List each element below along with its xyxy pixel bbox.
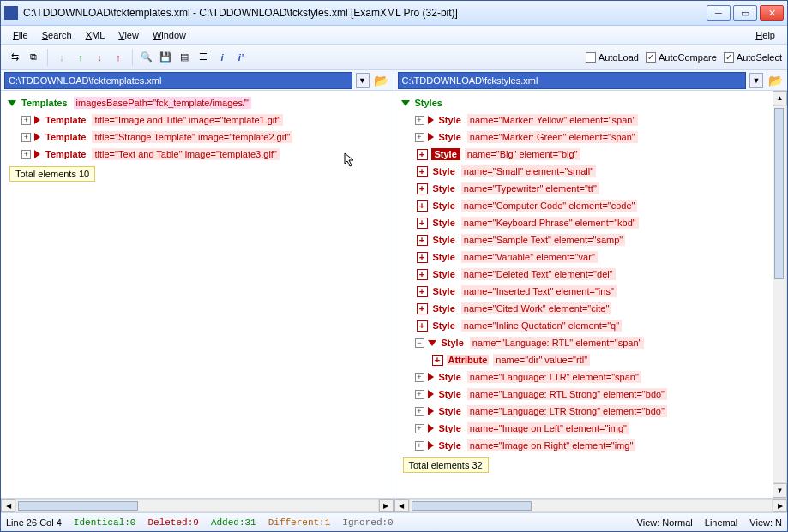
expand-icon[interactable]: + bbox=[21, 116, 31, 125]
tree-tag[interactable]: Style bbox=[431, 252, 457, 262]
tb-info-icon[interactable]: i bbox=[214, 49, 231, 66]
tree-attrs[interactable]: name="Language: LTR" element="span" bbox=[467, 371, 641, 383]
scroll-up-icon[interactable]: ▲ bbox=[773, 91, 787, 105]
node-icon[interactable] bbox=[34, 133, 40, 141]
tree-row[interactable]: +Stylename="Language: LTR" element="span… bbox=[396, 368, 773, 386]
tree-row[interactable]: +Stylename="Language: LTR Strong" elemen… bbox=[396, 403, 773, 420]
tree-tag[interactable]: Style bbox=[437, 372, 463, 382]
tree-row[interactable]: +Stylename="Language: RTL Strong" elemen… bbox=[396, 386, 773, 403]
node-open-icon[interactable] bbox=[428, 340, 436, 346]
tree-row[interactable]: +Stylename="Deleted Text" element="del" bbox=[396, 266, 773, 283]
right-hscrollbar[interactable]: ◀ ▶ bbox=[394, 498, 788, 512]
left-tree[interactable]: TemplatesimagesBasePath="fck_template/im… bbox=[1, 91, 394, 498]
left-path-box[interactable]: C:\TDDOWNLOAD\fcktemplates.xml bbox=[4, 72, 352, 89]
minimize-button[interactable]: ─ bbox=[707, 5, 731, 21]
menu-view[interactable]: View bbox=[111, 28, 146, 42]
tree-attrs[interactable]: title="Image and Title" image="template1… bbox=[92, 114, 283, 126]
tree-row[interactable]: +Stylename="Sample Text" element="samp" bbox=[396, 231, 773, 248]
tree-row[interactable]: +Templatetitle="Image and Title" image="… bbox=[3, 111, 392, 129]
tree-row[interactable]: +Templatetitle="Strange Template" image=… bbox=[3, 129, 392, 146]
menu-help[interactable]: Help bbox=[749, 28, 782, 42]
tree-attrs[interactable]: title="Strange Template" image="template… bbox=[92, 131, 292, 143]
tree-attrs[interactable]: name="Inline Quotation" element="q" bbox=[461, 320, 622, 332]
tree-row[interactable]: +Stylename="Cited Work" element="cite" bbox=[396, 300, 773, 317]
tree-attrs[interactable]: name="Language: RTL Strong" element="bdo… bbox=[467, 388, 667, 400]
added-icon[interactable]: + bbox=[417, 149, 428, 160]
added-icon[interactable]: + bbox=[417, 269, 428, 280]
scroll-right-icon[interactable]: ▶ bbox=[773, 499, 787, 512]
node-icon[interactable] bbox=[428, 407, 434, 415]
node-icon[interactable] bbox=[428, 116, 434, 124]
vscroll-thumb[interactable] bbox=[774, 108, 784, 279]
tree-root-row[interactable]: TemplatesimagesBasePath="fck_template/im… bbox=[3, 94, 392, 111]
tree-attrs[interactable]: name="Inserted Text" element="ins" bbox=[461, 285, 617, 297]
left-path-dropdown[interactable]: ▼ bbox=[356, 73, 370, 88]
node-icon[interactable] bbox=[34, 116, 40, 124]
expand-icon[interactable]: + bbox=[415, 441, 424, 451]
added-icon[interactable]: + bbox=[417, 166, 428, 177]
scroll-down-icon[interactable]: ▼ bbox=[773, 483, 787, 498]
right-open-folder-icon[interactable]: 📂 bbox=[767, 73, 784, 88]
tree-attrs[interactable]: name="Computer Code" element="code" bbox=[461, 200, 638, 212]
tree-attrs[interactable]: title="Text and Table" image="template3.… bbox=[92, 148, 279, 160]
tree-row[interactable]: +Stylename="Image on Left" element="img" bbox=[396, 420, 773, 437]
tree-tag[interactable]: Style bbox=[431, 303, 457, 314]
right-vscrollbar[interactable]: ▲ ▼ bbox=[773, 91, 787, 498]
tree-row[interactable]: +Stylename="Variable" element="var" bbox=[396, 248, 773, 266]
tree-row[interactable]: −Stylename="Language: RTL" element="span… bbox=[396, 334, 773, 351]
tree-attrs[interactable]: name="Marker: Yellow" element="span" bbox=[467, 114, 639, 126]
menu-file[interactable]: File bbox=[6, 28, 35, 42]
tree-row[interactable]: +Attributename="dir" value="rtl" bbox=[396, 351, 773, 368]
tree-tag[interactable]: Style bbox=[437, 440, 463, 451]
tree-tag[interactable]: Style bbox=[431, 200, 457, 211]
tree-attrs[interactable]: name="dir" value="rtl" bbox=[493, 354, 590, 366]
tree-tag[interactable]: Style bbox=[431, 269, 457, 279]
collapse-icon[interactable]: − bbox=[415, 338, 424, 348]
expand-icon[interactable]: + bbox=[415, 116, 424, 125]
tree-attrs[interactable]: name="Keyboard Phrase" element="kbd" bbox=[461, 217, 639, 229]
close-button[interactable]: ✕ bbox=[760, 5, 784, 21]
added-icon[interactable]: + bbox=[417, 252, 428, 263]
tree-row[interactable]: +Stylename="Typewriter" element="tt" bbox=[396, 180, 773, 197]
tb-save-icon[interactable]: 💾 bbox=[157, 49, 174, 66]
tree-tag[interactable]: Template bbox=[44, 149, 87, 159]
tree-tag[interactable]: Template bbox=[44, 132, 87, 142]
right-path-box[interactable]: C:\TDDOWNLOAD\fckstyles.xml bbox=[398, 72, 747, 89]
tb-binoculars-icon[interactable]: 🔍 bbox=[138, 49, 155, 66]
tree-row[interactable]: +Stylename="Computer Code" element="code… bbox=[396, 197, 773, 214]
tree-attrs[interactable]: name="Deleted Text" element="del" bbox=[461, 268, 616, 280]
tree-row[interactable]: +Stylename="Small" element="small" bbox=[396, 163, 773, 180]
menu-window[interactable]: Window bbox=[146, 28, 193, 42]
tb-info2-icon[interactable]: i¹ bbox=[232, 49, 250, 66]
tb-report-icon[interactable]: ▤ bbox=[176, 49, 193, 66]
tb-tree-icon[interactable]: ⧉ bbox=[25, 49, 42, 66]
scroll-left-icon[interactable]: ◀ bbox=[394, 499, 409, 512]
tree-row[interactable]: +Templatetitle="Text and Table" image="t… bbox=[3, 146, 392, 163]
tb-options-icon[interactable]: ☰ bbox=[195, 49, 212, 66]
tree-attrs[interactable]: imagesBasePath="fck_template/images/" bbox=[74, 97, 251, 109]
tree-tag[interactable]: Style bbox=[431, 183, 457, 194]
tb-up-green-icon[interactable]: ↑ bbox=[72, 49, 89, 66]
tree-tag[interactable]: Style bbox=[431, 320, 457, 331]
tree-tag[interactable]: Style bbox=[431, 286, 457, 296]
tree-attrs[interactable]: name="Image on Right" element="img" bbox=[467, 439, 636, 451]
collapse-icon[interactable] bbox=[8, 100, 16, 106]
tree-tag[interactable]: Style bbox=[440, 338, 466, 348]
tree-tag[interactable]: Style bbox=[437, 115, 463, 125]
expand-icon[interactable]: + bbox=[21, 133, 31, 142]
autoload-checkbox[interactable]: AutoLoad bbox=[586, 52, 639, 63]
tree-row[interactable]: +Stylename="Keyboard Phrase" element="kb… bbox=[396, 214, 773, 231]
node-icon[interactable] bbox=[428, 424, 434, 433]
node-icon[interactable] bbox=[428, 373, 434, 381]
expand-icon[interactable]: + bbox=[415, 390, 424, 399]
tree-attrs[interactable]: name="Language: RTL" element="span" bbox=[470, 337, 645, 349]
added-icon[interactable]: + bbox=[417, 218, 428, 229]
autocompare-checkbox[interactable]: ✓AutoCompare bbox=[646, 52, 717, 63]
tree-root-row[interactable]: Styles bbox=[396, 94, 773, 111]
added-icon[interactable]: + bbox=[417, 200, 428, 212]
expand-icon[interactable]: + bbox=[415, 373, 424, 382]
tree-row[interactable]: +Stylename="Marker: Green" element="span… bbox=[396, 129, 773, 146]
maximize-button[interactable]: ▭ bbox=[733, 5, 757, 21]
added-icon[interactable]: + bbox=[417, 303, 428, 314]
tree-tag[interactable]: Style bbox=[431, 235, 457, 245]
